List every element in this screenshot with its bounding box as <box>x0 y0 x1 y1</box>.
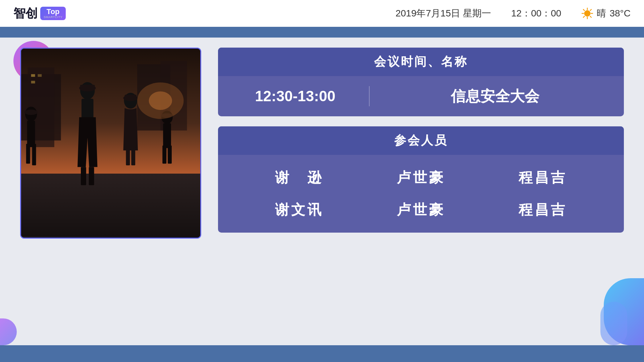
svg-rect-33 <box>125 95 137 99</box>
meeting-divider <box>369 86 370 106</box>
meeting-time: 12:30-13:00 <box>231 88 359 105</box>
participants-section-header: 参会人员 <box>218 126 624 155</box>
participant-6: 程昌吉 <box>482 200 604 219</box>
weather-display: 晴 38°C <box>581 7 631 20</box>
weather-temp: 38°C <box>609 8 631 19</box>
weather-condition: 晴 <box>597 7 606 20</box>
svg-line-5 <box>584 9 585 11</box>
main-content: 会议时间、名称 12:30-13:00 信息安全大会 参会人员 谢 逊 卢世豪 … <box>0 38 644 342</box>
deco-blob-right-inner <box>600 302 627 345</box>
svg-rect-26 <box>89 167 94 185</box>
svg-line-7 <box>590 9 592 11</box>
svg-rect-14 <box>31 74 35 77</box>
participants-section: 参会人员 谢 逊 卢世豪 程昌吉 谢文讯 卢世豪 程昌吉 <box>218 126 624 233</box>
sub-header-bar <box>0 27 644 38</box>
svg-rect-17 <box>21 174 200 237</box>
svg-line-8 <box>584 16 585 17</box>
clock-display: 12：00：00 <box>511 7 561 20</box>
svg-rect-15 <box>38 74 42 77</box>
logo-smartcity: SMARTCITY <box>44 15 62 19</box>
tv-show-background <box>21 49 200 238</box>
logo-zh: 智创 <box>13 5 38 22</box>
svg-rect-20 <box>26 144 30 164</box>
participant-3: 程昌吉 <box>482 168 604 187</box>
svg-rect-31 <box>131 147 135 165</box>
header-right: 2019年7月15日 星期一 12：00：00 晴 38°C <box>395 7 631 20</box>
svg-rect-36 <box>162 145 166 164</box>
meeting-row: 12:30-13:00 信息安全大会 <box>218 76 624 116</box>
participants-grid: 谢 逊 卢世豪 程昌吉 谢文讯 卢世豪 程昌吉 <box>218 155 624 233</box>
logo-area: 智创 Top SMARTCITY <box>13 5 66 22</box>
logo-top-text: Top <box>47 8 60 15</box>
svg-line-6 <box>590 16 592 17</box>
participant-4: 谢文讯 <box>238 200 360 219</box>
meeting-name: 信息安全大会 <box>380 86 610 106</box>
svg-point-22 <box>24 110 38 115</box>
svg-rect-28 <box>80 85 95 89</box>
svg-rect-37 <box>168 145 172 164</box>
participant-5: 卢世豪 <box>360 200 482 219</box>
participant-1: 谢 逊 <box>238 168 360 187</box>
scene-svg <box>21 48 200 238</box>
participants-section-title: 参会人员 <box>394 133 448 147</box>
svg-point-0 <box>584 10 590 16</box>
participant-2: 卢世豪 <box>360 168 482 187</box>
svg-rect-25 <box>81 167 86 185</box>
info-panel: 会议时间、名称 12:30-13:00 信息安全大会 参会人员 谢 逊 卢世豪 … <box>218 48 624 332</box>
meeting-section-title: 会议时间、名称 <box>374 55 468 68</box>
svg-rect-19 <box>27 121 35 147</box>
header: 智创 Top SMARTCITY 2019年7月15日 星期一 12：00：00… <box>0 0 644 27</box>
movie-image-frame <box>20 48 201 239</box>
svg-rect-35 <box>163 123 171 148</box>
sun-icon <box>581 7 593 19</box>
image-panel <box>20 48 201 332</box>
svg-rect-21 <box>32 144 36 165</box>
svg-point-40 <box>149 92 172 110</box>
bottom-bar <box>0 345 644 362</box>
svg-rect-16 <box>31 81 35 83</box>
date-display: 2019年7月15日 星期一 <box>395 7 491 20</box>
meeting-section: 会议时间、名称 12:30-13:00 信息安全大会 <box>218 48 624 116</box>
logo-badge: Top SMARTCITY <box>40 7 66 20</box>
meeting-section-header: 会议时间、名称 <box>218 48 624 76</box>
svg-rect-30 <box>126 147 130 165</box>
